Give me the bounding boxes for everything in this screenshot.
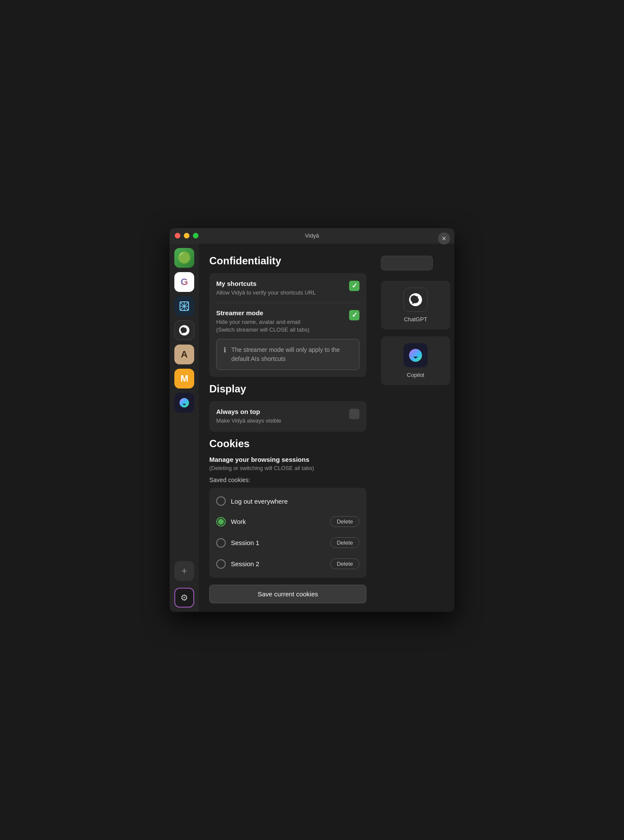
confidentiality-title: Confidentiality: [209, 255, 366, 267]
window-title: Vidyā: [305, 232, 319, 239]
copilot-logo-icon: [407, 347, 424, 364]
sidebar-item-anthropic[interactable]: A: [174, 345, 194, 364]
google-icon: G: [180, 276, 188, 288]
sidebar-item-vidya[interactable]: 🟢: [174, 248, 194, 268]
close-window-button[interactable]: [175, 233, 180, 238]
streamer-mode-text: Streamer mode Hide your name, avatar and…: [216, 309, 309, 334]
streamer-mode-checkbox[interactable]: ✓: [349, 310, 359, 320]
cookie-item-logout: Log out everywhere: [209, 491, 366, 511]
chatgpt-icon: [178, 324, 191, 337]
cookie-name-session2: Session 2: [231, 560, 259, 567]
meta-icon: M: [180, 373, 188, 384]
close-panel-button[interactable]: ✕: [438, 232, 450, 244]
my-shortcuts-desc: Allow Vidyā to verify your shortcuts URL: [216, 289, 316, 297]
minimize-window-button[interactable]: [184, 233, 189, 238]
close-icon: ✕: [441, 235, 447, 242]
sidebar: 🟢 G: [170, 244, 199, 612]
my-shortcuts-row: My shortcuts Allow Vidyā to verify your …: [216, 280, 359, 297]
cookie-name-logout: Log out everywhere: [231, 498, 288, 505]
cookie-item-left-session2: Session 2: [216, 559, 259, 569]
sidebar-item-settings[interactable]: ⚙: [174, 588, 194, 608]
display-card: Always on top Make Vidyā always visible: [209, 401, 366, 432]
traffic-lights: [175, 233, 199, 238]
streamer-info-text: The streamer mode will only apply to the…: [231, 345, 352, 364]
save-cookies-button[interactable]: Save current cookies: [209, 585, 366, 603]
my-shortcuts-checked[interactable]: ✓: [349, 281, 359, 291]
sidebar-item-perplexity[interactable]: [174, 296, 194, 316]
cookie-item-left-work: Work: [216, 517, 246, 527]
sidebar-item-chatgpt[interactable]: [174, 320, 194, 340]
divider-1: [216, 303, 359, 303]
always-on-top-unchecked[interactable]: [349, 409, 359, 419]
always-on-top-desc: Make Vidyā always visible: [216, 417, 281, 425]
cookie-item-session1: Session 1 Delete: [209, 532, 366, 553]
copilot-icon: [178, 396, 191, 409]
streamer-mode-desc2: (Switch streamer will CLOSE all tabs): [216, 326, 309, 334]
radio-session2[interactable]: [216, 559, 226, 569]
right-panel-chatgpt[interactable]: ChatGPT: [381, 281, 450, 329]
info-icon: ℹ: [224, 346, 226, 354]
display-title: Display: [209, 383, 366, 395]
display-section: Display Always on top Make Vidyā always …: [209, 383, 366, 432]
cookie-item-left-session1: Session 1: [216, 538, 259, 548]
delete-session1-button[interactable]: Delete: [330, 537, 359, 548]
copilot-icon-container: [403, 343, 428, 367]
always-on-top-checkbox[interactable]: [349, 409, 359, 419]
radio-session1[interactable]: [216, 538, 226, 548]
radio-logout[interactable]: [216, 496, 226, 506]
cookies-subdesc: (Deleting or switching will CLOSE all ta…: [209, 465, 366, 471]
streamer-mode-name: Streamer mode: [216, 309, 309, 317]
main-content: Confidentiality My shortcuts Allow Vidyā…: [199, 244, 377, 612]
perplexity-icon: [178, 300, 190, 312]
app-layout: 🟢 G: [170, 244, 454, 612]
checkmark-icon-2: ✓: [352, 312, 357, 319]
cookies-title: Cookies: [209, 438, 366, 450]
cookie-item-work: Work Delete: [209, 511, 366, 532]
chatgpt-icon-container: [403, 288, 428, 312]
checkmark-icon: ✓: [352, 282, 357, 289]
always-on-top-name: Always on top: [216, 408, 281, 415]
search-bar[interactable]: [381, 256, 433, 270]
confidentiality-section: Confidentiality My shortcuts Allow Vidyā…: [209, 255, 366, 377]
cookie-item-left-logout: Log out everywhere: [216, 496, 288, 506]
saved-cookies-label: Saved cookies:: [209, 476, 366, 483]
cookies-section: Cookies Manage your browsing sessions (D…: [209, 438, 366, 603]
vidya-icon: 🟢: [177, 251, 191, 264]
cookies-desc: Manage your browsing sessions: [209, 456, 366, 463]
plus-icon: +: [181, 566, 187, 576]
cookie-item-session2: Session 2 Delete: [209, 553, 366, 574]
right-panel: ✕ ChatGPT: [377, 244, 454, 612]
anthropic-icon: A: [181, 349, 188, 360]
streamer-mode-desc1: Hide your name, avatar and email: [216, 318, 309, 326]
chatgpt-logo-icon: [407, 291, 424, 308]
sidebar-item-copilot[interactable]: [174, 393, 194, 413]
cookie-name-session1: Session 1: [231, 539, 259, 546]
streamer-info-box: ℹ The streamer mode will only apply to t…: [216, 339, 359, 370]
streamer-mode-row: Streamer mode Hide your name, avatar and…: [216, 309, 359, 334]
copilot-right-label: Copilot: [407, 372, 424, 378]
delete-work-button[interactable]: Delete: [330, 516, 359, 527]
my-shortcuts-name: My shortcuts: [216, 280, 316, 287]
cookie-name-work: Work: [231, 518, 246, 525]
my-shortcuts-checkbox[interactable]: ✓: [349, 281, 359, 291]
streamer-mode-checked[interactable]: ✓: [349, 310, 359, 320]
add-app-button[interactable]: +: [174, 561, 194, 581]
delete-session2-button[interactable]: Delete: [330, 558, 359, 569]
app-window: Vidyā 🟢 G: [170, 228, 454, 612]
sidebar-item-meta[interactable]: M: [174, 369, 194, 389]
confidentiality-card: My shortcuts Allow Vidyā to verify your …: [209, 273, 366, 377]
title-bar: Vidyā: [170, 228, 454, 244]
maximize-window-button[interactable]: [193, 233, 199, 238]
always-on-top-row: Always on top Make Vidyā always visible: [216, 408, 359, 425]
radio-work[interactable]: [216, 517, 226, 527]
my-shortcuts-text: My shortcuts Allow Vidyā to verify your …: [216, 280, 316, 297]
right-panel-copilot[interactable]: Copilot: [381, 336, 450, 385]
sidebar-item-google[interactable]: G: [174, 272, 194, 292]
chatgpt-right-label: ChatGPT: [404, 316, 427, 323]
always-on-top-text: Always on top Make Vidyā always visible: [216, 408, 281, 425]
gear-icon: ⚙: [180, 592, 188, 603]
cookies-list: Log out everywhere Work Delete: [209, 488, 366, 578]
